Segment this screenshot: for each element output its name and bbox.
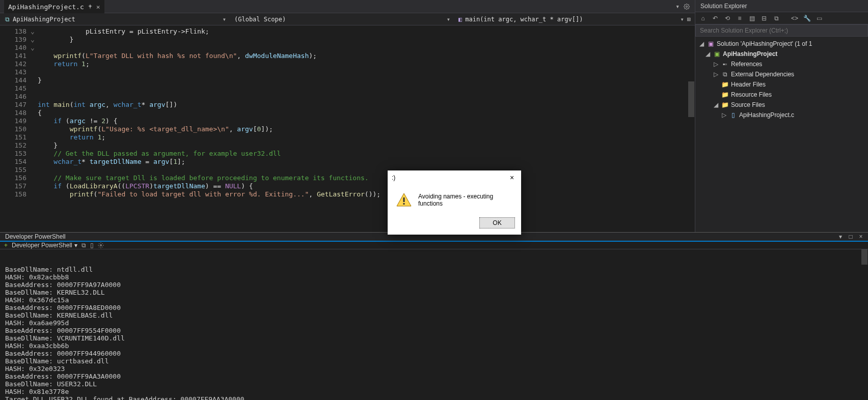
file-icon: ▯: [729, 111, 737, 119]
vertical-scrollbar[interactable]: [688, 51, 695, 232]
split-icon[interactable]: ⊞: [687, 16, 691, 23]
svg-rect-3: [403, 203, 405, 205]
developer-powershell-panel: Developer PowerShell ▾ □ × + Developer P…: [0, 232, 868, 400]
pin-icon[interactable]: [87, 4, 93, 10]
solution-label: Solution 'ApiHashingProject' (1 of 1: [717, 40, 812, 47]
solution-toolbar: ⌂ ↶ ⟲ ≡ ▤ ⊟ ⧉ <> 🔧 ▭: [695, 12, 868, 24]
panel-title: Developer PowerShell: [5, 233, 66, 240]
filter-icon[interactable]: ▤: [747, 14, 756, 23]
paste-icon[interactable]: ▯: [90, 242, 94, 249]
source-files-node[interactable]: ◢ 📁 Source Files: [695, 100, 868, 110]
folder-icon: 📁: [721, 91, 729, 98]
function-dropdown[interactable]: ◧ main(int argc, wchar_t * argv[]) ▾: [453, 16, 687, 23]
solution-explorer: Solution Explorer ⌂ ↶ ⟲ ≡ ▤ ⊟ ⧉ <> 🔧 ▭ ◢: [695, 0, 868, 232]
solution-search[interactable]: [695, 24, 868, 37]
project-node[interactable]: ◢ ▣ ApiHashingProject: [695, 49, 868, 59]
references-label: References: [731, 61, 762, 68]
warning-icon: [396, 192, 412, 208]
tab-file[interactable]: ApiHashingProject.c ×: [4, 0, 104, 13]
tab-filename: ApiHashingProject.c: [8, 3, 84, 11]
expand-icon[interactable]: ▷: [713, 71, 719, 78]
resource-files-label: Resource Files: [731, 91, 772, 98]
panel-close-icon[interactable]: ×: [857, 233, 865, 241]
terminal-scrollbar[interactable]: [861, 249, 868, 400]
terminal-scrollbar-thumb[interactable]: [861, 249, 867, 265]
panel-maximize-icon[interactable]: □: [847, 233, 855, 241]
line-gutter: 1381391401411421431441451461471481491501…: [0, 25, 31, 232]
folder-icon: 📁: [721, 101, 729, 108]
sync-icon[interactable]: ⟲: [723, 14, 732, 23]
source-file-node[interactable]: ▷ ▯ ApiHashingProject.c: [695, 110, 868, 120]
scope-dropdown[interactable]: (Global Scope) ▾: [229, 16, 453, 23]
collapse-icon[interactable]: ⊟: [760, 14, 769, 23]
scope-label: (Global Scope): [234, 16, 286, 23]
project-dropdown[interactable]: ⧉ ApiHashingProject ▾: [0, 16, 229, 23]
svg-point-1: [100, 245, 101, 246]
panel-dropdown-icon[interactable]: ▾: [836, 233, 845, 241]
chevron-down-icon: ▾: [447, 16, 450, 23]
expand-icon[interactable]: ◢: [704, 50, 711, 58]
source-file-label: ApiHashingProject.c: [739, 111, 794, 119]
source-files-label: Source Files: [731, 101, 765, 108]
expand-icon[interactable]: ▷: [713, 61, 719, 68]
show-all-icon[interactable]: ⧉: [772, 14, 781, 23]
gear-icon[interactable]: [684, 3, 690, 10]
dialog-ok-button[interactable]: OK: [479, 217, 515, 228]
editor-tabbar: ApiHashingProject.c × ▾: [0, 0, 695, 13]
properties-icon[interactable]: 🔧: [802, 14, 811, 23]
references-icon: ▪▫: [721, 61, 729, 68]
header-files-node[interactable]: 📁 Header Files: [695, 79, 868, 90]
expand-icon[interactable]: ▷: [721, 111, 727, 119]
references-node[interactable]: ▷ ▪▫ References: [695, 59, 868, 69]
save-icon[interactable]: ≡: [735, 14, 744, 23]
terminal-output[interactable]: BaseDllName: ntdll.dllHASH: 0x82acbbb8Ba…: [0, 249, 868, 400]
solution-search-input[interactable]: [695, 24, 868, 37]
scrollbar-thumb[interactable]: [688, 81, 694, 117]
dialog-message: Avoiding names - executing functions: [418, 193, 513, 207]
project-icon: ▣: [713, 50, 721, 58]
code-lines[interactable]: pListEntry = pListEntry->Flink; } wprint…: [38, 25, 695, 232]
chevron-down-icon: ▾: [74, 242, 77, 249]
terminal-label: Developer PowerShell: [12, 242, 72, 249]
dialog-titlebar[interactable]: :) ×: [388, 170, 521, 185]
terminal-selector[interactable]: Developer PowerShell ▾: [12, 242, 77, 249]
external-deps-label: External Dependencies: [731, 71, 794, 78]
settings-icon[interactable]: [98, 242, 104, 248]
dropdown-icon[interactable]: ▾: [675, 3, 680, 10]
external-deps-node[interactable]: ▷ ⧉ External Dependencies: [695, 69, 868, 79]
resource-files-node[interactable]: 📁 Resource Files: [695, 90, 868, 100]
panel-toolbar: + Developer PowerShell ▾ ⧉ ▯: [0, 242, 868, 249]
view-code-icon[interactable]: <>: [790, 14, 799, 23]
add-terminal-button[interactable]: +: [4, 242, 8, 249]
home-icon[interactable]: ⌂: [698, 14, 708, 23]
project-label: ApiHashingProject: [723, 50, 777, 58]
solution-node[interactable]: ◢ ▣ Solution 'ApiHashingProject' (1 of 1: [695, 39, 868, 49]
chevron-down-icon: ▾: [223, 16, 226, 23]
code-editor[interactable]: 1381391401411421431441451461471481491501…: [0, 25, 695, 232]
solution-tree[interactable]: ◢ ▣ Solution 'ApiHashingProject' (1 of 1…: [695, 37, 868, 232]
chevron-down-icon: ▾: [681, 16, 684, 23]
dialog-title: :): [392, 174, 395, 181]
solution-icon: ▣: [707, 40, 715, 47]
svg-point-0: [686, 6, 688, 7]
method-icon: ◧: [458, 16, 462, 23]
back-icon[interactable]: ↶: [711, 14, 720, 23]
expand-icon[interactable]: ◢: [713, 101, 719, 108]
solution-explorer-title: Solution Explorer: [695, 0, 868, 12]
close-icon[interactable]: ×: [96, 3, 100, 11]
navigation-bar: ⧉ ApiHashingProject ▾ (Global Scope) ▾ ◧…: [0, 13, 695, 25]
external-deps-icon: ⧉: [721, 71, 729, 78]
copy-icon[interactable]: ⧉: [82, 242, 86, 249]
folder-icon: 📁: [721, 81, 729, 88]
dialog-close-icon[interactable]: ×: [507, 174, 517, 182]
preview-icon[interactable]: ▭: [815, 14, 824, 23]
svg-rect-2: [403, 197, 405, 202]
header-files-label: Header Files: [731, 81, 766, 88]
function-label: main(int argc, wchar_t * argv[]): [465, 16, 583, 23]
fold-gutter[interactable]: ⌄⌄⌄: [31, 25, 38, 232]
expand-icon[interactable]: ◢: [698, 40, 704, 47]
project-name: ApiHashingProject: [13, 16, 75, 23]
project-icon: ⧉: [5, 16, 10, 23]
message-dialog: :) × Avoiding names - executing function…: [388, 170, 521, 235]
